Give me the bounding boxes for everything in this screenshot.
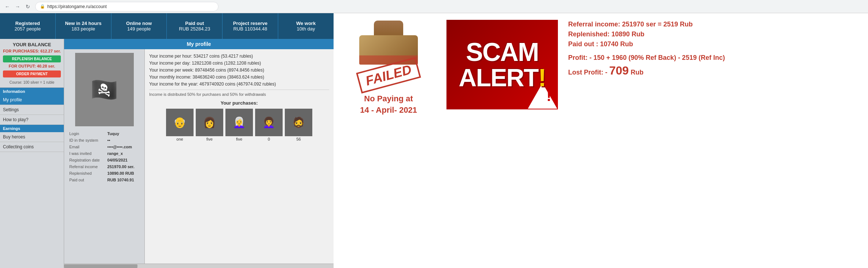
reg-date-value: 04/05/2021	[107, 157, 140, 163]
site-body: YOUR BALANCE FOR PURCHASES: 612.27 ser. …	[0, 39, 334, 268]
stat-paid-out-label: Paid out	[185, 21, 204, 26]
income-per-year: Your income for the year: 4679740920 coi…	[149, 82, 329, 87]
purchase-img-3: 👩‍🦱	[255, 109, 283, 136]
stat-online-value: 149 people	[127, 26, 151, 32]
replenished-label: Replenished	[69, 170, 106, 176]
sidebar-item-buy-heroes[interactable]: Buy heroes	[0, 132, 64, 142]
id-label: ID in the system	[69, 137, 106, 143]
income-per-day: Your income per day: 12821208 coins (128…	[149, 61, 329, 66]
order-payment-button[interactable]: ORDER PAYMENT	[3, 70, 61, 77]
for-output-label: FOR OUTPUT:	[9, 64, 36, 68]
paid-out-scam-line: Paid out : 10740 Rub	[568, 40, 861, 48]
scrollbar-thumb[interactable]	[64, 264, 137, 268]
stat-registered-label: Registered	[15, 21, 40, 26]
purchase-img-4: 🧔	[285, 109, 312, 136]
scrollbar-area[interactable]	[64, 264, 334, 268]
paid-out-value: RUB 10740.91	[107, 177, 140, 183]
for-purchases-row: FOR PURCHASES: 612.27 ser.	[3, 49, 61, 53]
purchase-item-2: 👩‍🦳 five	[225, 109, 253, 141]
sidebar-item-settings[interactable]: Settings	[0, 105, 64, 115]
balance-title: YOUR BALANCE	[3, 42, 61, 47]
id-value: ••	[107, 137, 140, 143]
for-purchases-value: 612.27 ser.	[40, 49, 61, 53]
reload-button[interactable]: ↻	[23, 2, 32, 11]
purchase-label-0: one	[176, 137, 183, 141]
purchase-label-4: 56	[296, 137, 301, 141]
sidebar-item-how-to-play[interactable]: How to play?	[0, 115, 64, 125]
login-value: Tuquy	[107, 131, 140, 137]
lost-profit-line: Lost Profit: - 709 Rub	[568, 64, 861, 77]
ref-income-value: 251970.00 ser.	[107, 164, 140, 170]
nav-buttons: ← → ↻	[3, 2, 32, 11]
purchase-label-1: five	[206, 137, 213, 141]
financial-info: Referral income: 251970 ser = 2519 Rub R…	[564, 17, 864, 264]
stat-online-label: Online now	[126, 21, 152, 26]
info-section-header: Information	[0, 88, 64, 95]
ref-income-label: Referral income	[69, 164, 106, 170]
purchase-img-2: 👩‍🦳	[225, 109, 253, 136]
stat-we-work-value: 10th day	[297, 26, 315, 32]
paid-out-label: Paid out	[69, 177, 106, 183]
stat-new24h-label: New in 24 hours	[65, 21, 102, 26]
profile-details: Your income per hour: 534217 coins (53.4…	[145, 49, 334, 264]
income-per-hour: Your income per hour: 534217 coins (53.4…	[149, 54, 329, 59]
scrollbar-track	[64, 264, 334, 268]
no-paying-line2: 14 - April- 2021	[360, 105, 417, 115]
no-paying-line1: No Paying at	[364, 94, 413, 103]
pirate-image: 🏴‍☠️	[75, 53, 134, 126]
address-bar[interactable]: 🔒 https://piratongame.ru/account	[35, 2, 218, 11]
income-note: Income is distributed 50% for purchases …	[149, 90, 329, 97]
sidebar-item-my-profile[interactable]: My profile	[0, 95, 64, 105]
profit-scam-line: Profit: - 150 + 1960 (90% Ref Back) - 25…	[568, 54, 861, 62]
stat-online: Online now 149 people	[111, 13, 167, 39]
stat-paid-out-value: RUB 25284.23	[179, 26, 210, 32]
income-per-month: Your monthly income: 384636240 coins (38…	[149, 75, 329, 80]
purchase-item-1: 👩 five	[196, 109, 223, 141]
stat-we-work: We work 10th day	[278, 13, 334, 39]
stat-new24h-value: 183 people	[71, 26, 95, 32]
replenish-balance-button[interactable]: REPLENISH BALANCE	[3, 55, 61, 62]
profile-info-table: Login Tuquy ID in the system •• Email ••…	[68, 130, 141, 184]
for-output-value: 40.28 ser.	[37, 64, 55, 68]
no-paying-text: No Paying at 14 - April- 2021	[360, 93, 417, 116]
purchase-item-0: 👴 one	[166, 109, 194, 141]
lost-profit-value: 709	[609, 64, 629, 77]
profile-image-section: 🏴‍☠️ Login Tuquy ID in the system ••	[64, 49, 145, 264]
site-area: Registered 2057 people New in 24 hours 1…	[0, 13, 334, 268]
profile-header: My profile	[64, 39, 334, 49]
failed-stamp-area: FAILED No Paying at 14 - April- 2021	[337, 17, 440, 264]
for-purchases-label: FOR PURCHASES:	[3, 49, 39, 53]
income-per-week: Your income per week: 89748456 coins (89…	[149, 68, 329, 73]
login-label: Login	[69, 131, 106, 137]
reg-date-label: Registration date	[69, 157, 106, 163]
purchases-title: Your purchases:	[149, 100, 329, 106]
invited-label: I was invited	[69, 151, 106, 156]
forward-button[interactable]: →	[13, 2, 22, 11]
invited-value: range_x	[107, 151, 140, 156]
stat-registered-value: 2057 people	[15, 26, 41, 32]
profile-body: 🏴‍☠️ Login Tuquy ID in the system ••	[64, 49, 334, 264]
balance-section: YOUR BALANCE FOR PURCHASES: 612.27 ser. …	[0, 39, 64, 88]
course-text: Course: 100 silver = 1 ruble	[3, 80, 61, 84]
for-output-row: FOR OUTPUT: 40.28 ser.	[3, 64, 61, 68]
stat-project-reserve: Project reserve RUB 110344.48	[222, 13, 278, 39]
stat-paid-out: Paid out RUB 25284.23	[167, 13, 222, 39]
stat-new24h: New in 24 hours 183 people	[56, 13, 111, 39]
purchase-item-3: 👩‍🦱 0	[255, 109, 283, 141]
right-panel: FAILED No Paying at 14 - April- 2021 SCA…	[334, 13, 868, 268]
stat-project-reserve-label: Project reserve	[233, 21, 268, 26]
sidebar-item-collecting-coins[interactable]: Collecting coins	[0, 142, 64, 152]
email-value: ••••@••••.com	[107, 144, 140, 150]
ref-income-scam-line: Referral income: 251970 ser = 2519 Rub	[568, 21, 861, 28]
purchase-img-1: 👩	[196, 109, 223, 136]
main-content: Registered 2057 people New in 24 hours 1…	[0, 13, 868, 268]
profile-area: My profile 🏴‍☠️ Login Tuquy ID in the sy…	[64, 39, 334, 268]
purchase-label-3: 0	[268, 137, 270, 141]
purchase-item-4: 🧔 56	[285, 109, 312, 141]
lost-profit-label: Lost Profit: -	[568, 69, 607, 76]
lock-icon: 🔒	[40, 4, 45, 9]
url-text: https://piratongame.ru/account	[47, 4, 107, 9]
back-button[interactable]: ←	[3, 2, 12, 11]
purchases-grid: 👴 one 👩 five 👩‍🦳 five	[149, 109, 329, 141]
purchase-label-2: five	[236, 137, 242, 141]
